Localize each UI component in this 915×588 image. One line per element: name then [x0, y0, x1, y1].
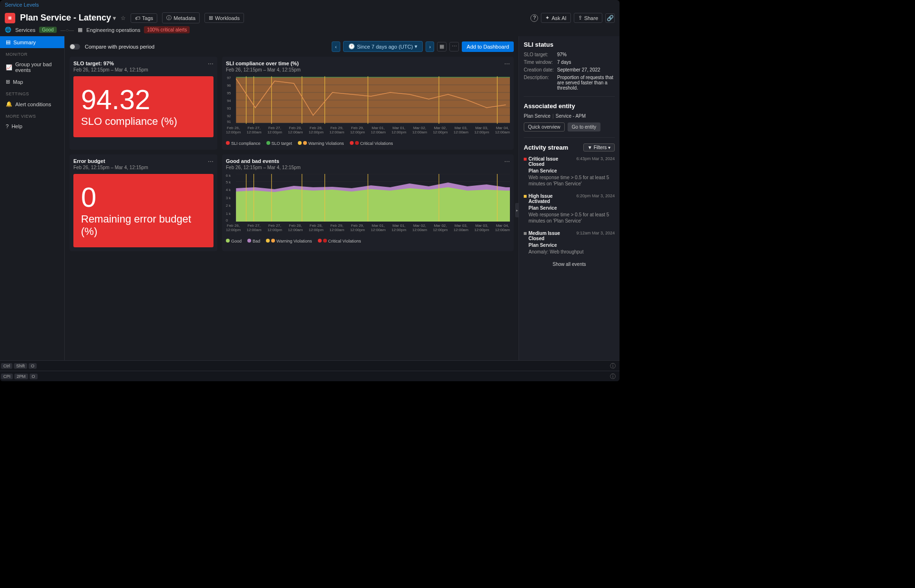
svg-text:91: 91 [227, 120, 231, 124]
grid-view-icon[interactable]: ▦ [437, 42, 447, 51]
link-icon[interactable]: 🔗 [605, 13, 615, 23]
sidebar: ▤ Summary MONITOR 📈 Group your bad event… [0, 36, 65, 370]
time-range-picker[interactable]: 🕐 Since 7 days ago (UTC) ▾ [343, 41, 423, 52]
alert-badge[interactable]: 100% critical alerts [144, 26, 190, 33]
activity-item[interactable]: Medium Issue Closed9:12am Mar 3, 2024Pla… [524, 231, 615, 255]
card-menu-icon[interactable]: ⋯ [504, 61, 510, 67]
compare-toggle[interactable] [70, 44, 80, 50]
tags-button[interactable]: 🏷 Tags [131, 13, 157, 23]
sidebar-item-help[interactable]: ? Help [0, 121, 64, 132]
help-icon[interactable]: ? [530, 14, 538, 22]
add-dashboard-button[interactable]: Add to Dashboard [462, 41, 514, 52]
x-axis-label: Feb 28,12:00am [288, 224, 303, 233]
activity-item[interactable]: Critical Issue Closed6:43pm Mar 3, 2024P… [524, 156, 615, 187]
svg-text:4 k: 4 k [226, 188, 231, 192]
associated-entity-title: Associated entity [524, 102, 615, 110]
globe-icon: 🌐 [5, 27, 11, 33]
go-entity-button[interactable]: Go to entity [568, 122, 600, 132]
x-axis-label: Feb 26,12:00pm [226, 224, 241, 233]
share-button[interactable]: ⇪ Share [574, 13, 602, 23]
more-icon[interactable]: ⋯ [449, 42, 459, 51]
card-menu-icon[interactable]: ⋯ [208, 61, 214, 67]
x-axis-label: Feb 27,12:00am [246, 126, 261, 135]
time-prev-button[interactable]: ‹ [332, 41, 340, 52]
time-next-button[interactable]: › [426, 41, 434, 52]
x-axis-label: Feb 29,12:00am [329, 126, 344, 135]
svg-text:5 k: 5 k [226, 180, 231, 184]
sidebar-item-alert[interactable]: 🔔 Alert conditions [0, 98, 64, 110]
card-menu-icon[interactable]: ⋯ [208, 158, 214, 165]
sidebar-header-more: MORE VIEWS [0, 110, 64, 121]
card-subtitle: Feb 26, 12:15pm – Mar 4, 12:15pm [73, 67, 214, 72]
page-title[interactable]: Plan Service - Latency ▾ [20, 13, 116, 23]
x-axis-label: Mar 03,12:00am [454, 224, 468, 233]
x-axis-label: Feb 27,12:00am [246, 224, 261, 233]
x-axis-label: Mar 02,12:00pm [433, 224, 447, 233]
svg-text:3 k: 3 k [226, 196, 231, 200]
card-sli-compliance: SLI compliance over time (%) Feb 26, 12:… [222, 57, 514, 150]
show-all-events[interactable]: Show all events [524, 262, 615, 267]
card-title: SLI compliance over time (%) [226, 61, 510, 66]
workloads-button[interactable]: ⊞ Workloads [204, 13, 244, 23]
svg-text:94: 94 [227, 99, 231, 103]
activity-item[interactable]: High Issue Activated6:20pm Mar 3, 2024Pl… [524, 193, 615, 224]
activity-stream-title: Activity stream [524, 144, 568, 151]
info-icon[interactable]: ⓘ [610, 362, 616, 370]
kbd-key: O [30, 374, 38, 379]
x-axis-label: Mar 01,12:00pm [392, 224, 407, 233]
sidebar-item-group-bad[interactable]: 📈 Group your bad events [0, 59, 64, 76]
sidebar-item-map[interactable]: ⊞ Map [0, 76, 64, 88]
sidebar-header-monitor: MONITOR [0, 48, 64, 59]
toolbar: Compare with previous period ‹ 🕐 Since 7… [70, 41, 514, 52]
x-axis-label: Mar 01,12:00am [371, 224, 386, 233]
team-label[interactable]: Engineering operations [86, 27, 140, 33]
filters-button[interactable]: ▼ Filters ▾ [583, 143, 615, 152]
x-axis-label: Mar 02,12:00am [412, 224, 427, 233]
error-budget-label: Remaining error budget (%) [81, 213, 206, 238]
card-subtitle: Feb 26, 12:15pm – Mar 4, 12:15pm [73, 165, 214, 170]
good-bad-chart[interactable]: 6 k 5 k 4 k 3 k 2 k 1 k 0 [226, 174, 510, 236]
x-axis-label: Mar 01,12:00pm [392, 126, 407, 135]
services-label[interactable]: Services [15, 27, 35, 33]
collapse-handle[interactable]: ▸ [515, 203, 518, 217]
info-icon[interactable]: ⓘ [610, 373, 616, 381]
chart-legend: SLI compliance SLO target Warning Violat… [226, 141, 510, 146]
error-budget-value: 0 [81, 183, 206, 211]
sli-compliance-chart[interactable]: 97 96 95 94 93 92 91 [226, 76, 510, 138]
status-badge: Good [39, 27, 56, 33]
svg-text:0: 0 [226, 218, 228, 222]
x-axis-label: Feb 29,12:00pm [350, 126, 365, 135]
svg-text:96: 96 [227, 83, 231, 88]
kbd-key: 2PM [14, 374, 28, 379]
card-title: Error budget [73, 158, 214, 164]
chevron-down-icon[interactable]: ▾ [113, 15, 116, 21]
grid-icon: ▦ [78, 27, 82, 33]
main-content: Compare with previous period ‹ 🕐 Since 7… [65, 36, 518, 370]
x-axis-label: Feb 29,12:00am [329, 224, 344, 233]
x-axis-label: Feb 29,12:00pm [350, 224, 365, 233]
error-budget-tile: 0 Remaining error budget (%) [73, 174, 214, 247]
card-slo-target: SLO target: 97% Feb 26, 12:15pm – Mar 4,… [70, 57, 217, 150]
chart-legend: Good Bad Warning Violations Critical Vio… [226, 239, 510, 243]
star-icon[interactable]: ☆ [121, 15, 126, 21]
card-title: Good and bad events [226, 158, 510, 164]
svg-text:92: 92 [227, 114, 231, 118]
footer-bar-1: CtrlShiftO ⓘ [0, 360, 620, 371]
sidebar-item-summary[interactable]: ▤ Summary [0, 36, 64, 48]
svg-text:6 k: 6 k [226, 174, 231, 178]
entity-link[interactable]: Plan Service | Service - APM [524, 113, 615, 119]
card-menu-icon[interactable]: ⋯ [504, 158, 510, 165]
app-icon: ▦ [5, 13, 15, 23]
breadcrumb[interactable]: Service Levels [0, 0, 620, 10]
card-error-budget: Error budget Feb 26, 12:15pm – Mar 4, 12… [70, 154, 217, 251]
card-good-bad: Good and bad events Feb 26, 12:15pm – Ma… [222, 154, 514, 251]
metadata-button[interactable]: ⓘ Metadata [162, 12, 200, 23]
x-axis-label: Mar 04,12:00am [495, 126, 510, 135]
x-axis-label: Feb 27,12:00pm [267, 224, 282, 233]
x-axis-label: Feb 28,12:00pm [309, 224, 324, 233]
quick-overview-button[interactable]: Quick overview [524, 122, 565, 132]
slo-compliance-tile: 94.32 SLO compliance (%) [73, 76, 214, 137]
svg-marker-39 [236, 187, 510, 222]
ask-ai-button[interactable]: ✦ Ask AI [541, 13, 570, 23]
kbd-key: Ctrl [1, 363, 12, 369]
